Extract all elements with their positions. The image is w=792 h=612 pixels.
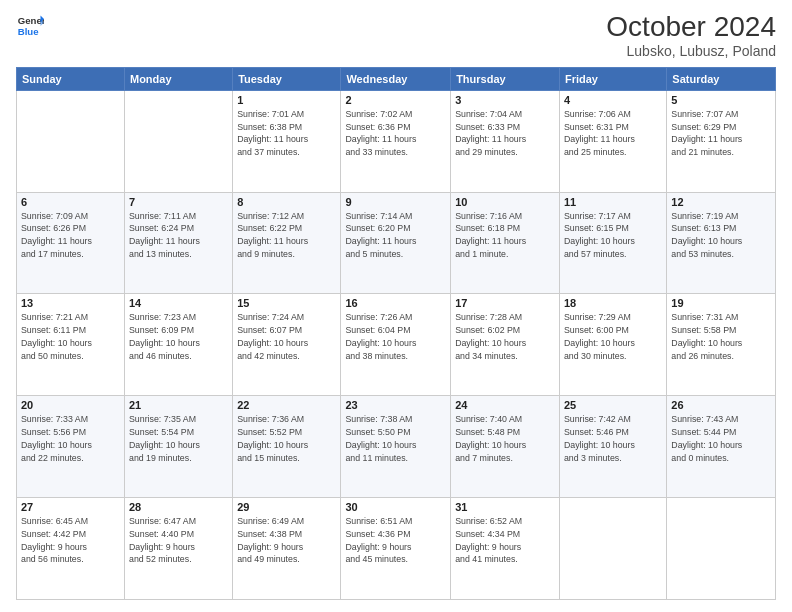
day-number: 2 bbox=[345, 94, 446, 106]
day-detail: Sunrise: 7:43 AM Sunset: 5:44 PM Dayligh… bbox=[671, 413, 771, 464]
calendar-cell: 18Sunrise: 7:29 AM Sunset: 6:00 PM Dayli… bbox=[559, 294, 666, 396]
day-detail: Sunrise: 7:16 AM Sunset: 6:18 PM Dayligh… bbox=[455, 210, 555, 261]
calendar-cell: 3Sunrise: 7:04 AM Sunset: 6:33 PM Daylig… bbox=[451, 90, 560, 192]
day-number: 14 bbox=[129, 297, 228, 309]
day-detail: Sunrise: 7:06 AM Sunset: 6:31 PM Dayligh… bbox=[564, 108, 662, 159]
calendar-cell: 12Sunrise: 7:19 AM Sunset: 6:13 PM Dayli… bbox=[667, 192, 776, 294]
day-detail: Sunrise: 7:24 AM Sunset: 6:07 PM Dayligh… bbox=[237, 311, 336, 362]
day-number: 28 bbox=[129, 501, 228, 513]
calendar-week-row: 20Sunrise: 7:33 AM Sunset: 5:56 PM Dayli… bbox=[17, 396, 776, 498]
day-number: 30 bbox=[345, 501, 446, 513]
day-number: 20 bbox=[21, 399, 120, 411]
day-detail: Sunrise: 6:47 AM Sunset: 4:40 PM Dayligh… bbox=[129, 515, 228, 566]
day-number: 15 bbox=[237, 297, 336, 309]
day-number: 13 bbox=[21, 297, 120, 309]
day-number: 24 bbox=[455, 399, 555, 411]
svg-text:General: General bbox=[18, 15, 44, 26]
col-sunday: Sunday bbox=[17, 67, 125, 90]
day-detail: Sunrise: 6:49 AM Sunset: 4:38 PM Dayligh… bbox=[237, 515, 336, 566]
day-detail: Sunrise: 7:17 AM Sunset: 6:15 PM Dayligh… bbox=[564, 210, 662, 261]
day-number: 22 bbox=[237, 399, 336, 411]
title-block: October 2024 Lubsko, Lubusz, Poland bbox=[606, 12, 776, 59]
calendar-cell bbox=[559, 498, 666, 600]
header: General Blue October 2024 Lubsko, Lubusz… bbox=[16, 12, 776, 59]
calendar-cell: 27Sunrise: 6:45 AM Sunset: 4:42 PM Dayli… bbox=[17, 498, 125, 600]
calendar-cell: 31Sunrise: 6:52 AM Sunset: 4:34 PM Dayli… bbox=[451, 498, 560, 600]
day-detail: Sunrise: 7:02 AM Sunset: 6:36 PM Dayligh… bbox=[345, 108, 446, 159]
calendar-cell: 23Sunrise: 7:38 AM Sunset: 5:50 PM Dayli… bbox=[341, 396, 451, 498]
logo: General Blue bbox=[16, 12, 44, 40]
page: General Blue October 2024 Lubsko, Lubusz… bbox=[0, 0, 792, 612]
day-detail: Sunrise: 6:52 AM Sunset: 4:34 PM Dayligh… bbox=[455, 515, 555, 566]
calendar-cell: 16Sunrise: 7:26 AM Sunset: 6:04 PM Dayli… bbox=[341, 294, 451, 396]
calendar-cell: 15Sunrise: 7:24 AM Sunset: 6:07 PM Dayli… bbox=[233, 294, 341, 396]
day-number: 10 bbox=[455, 196, 555, 208]
day-number: 27 bbox=[21, 501, 120, 513]
calendar-week-row: 1Sunrise: 7:01 AM Sunset: 6:38 PM Daylig… bbox=[17, 90, 776, 192]
calendar-cell: 30Sunrise: 6:51 AM Sunset: 4:36 PM Dayli… bbox=[341, 498, 451, 600]
calendar-week-row: 13Sunrise: 7:21 AM Sunset: 6:11 PM Dayli… bbox=[17, 294, 776, 396]
day-number: 26 bbox=[671, 399, 771, 411]
calendar-cell: 2Sunrise: 7:02 AM Sunset: 6:36 PM Daylig… bbox=[341, 90, 451, 192]
calendar-cell bbox=[17, 90, 125, 192]
calendar-cell: 26Sunrise: 7:43 AM Sunset: 5:44 PM Dayli… bbox=[667, 396, 776, 498]
day-detail: Sunrise: 7:23 AM Sunset: 6:09 PM Dayligh… bbox=[129, 311, 228, 362]
col-monday: Monday bbox=[124, 67, 232, 90]
day-detail: Sunrise: 7:19 AM Sunset: 6:13 PM Dayligh… bbox=[671, 210, 771, 261]
day-number: 21 bbox=[129, 399, 228, 411]
day-detail: Sunrise: 7:35 AM Sunset: 5:54 PM Dayligh… bbox=[129, 413, 228, 464]
day-detail: Sunrise: 7:26 AM Sunset: 6:04 PM Dayligh… bbox=[345, 311, 446, 362]
day-detail: Sunrise: 7:12 AM Sunset: 6:22 PM Dayligh… bbox=[237, 210, 336, 261]
calendar-cell: 14Sunrise: 7:23 AM Sunset: 6:09 PM Dayli… bbox=[124, 294, 232, 396]
day-number: 1 bbox=[237, 94, 336, 106]
calendar-cell: 17Sunrise: 7:28 AM Sunset: 6:02 PM Dayli… bbox=[451, 294, 560, 396]
calendar-cell: 4Sunrise: 7:06 AM Sunset: 6:31 PM Daylig… bbox=[559, 90, 666, 192]
day-detail: Sunrise: 7:38 AM Sunset: 5:50 PM Dayligh… bbox=[345, 413, 446, 464]
calendar-cell: 1Sunrise: 7:01 AM Sunset: 6:38 PM Daylig… bbox=[233, 90, 341, 192]
svg-text:Blue: Blue bbox=[18, 26, 39, 37]
day-detail: Sunrise: 6:45 AM Sunset: 4:42 PM Dayligh… bbox=[21, 515, 120, 566]
day-number: 23 bbox=[345, 399, 446, 411]
col-wednesday: Wednesday bbox=[341, 67, 451, 90]
calendar-cell: 21Sunrise: 7:35 AM Sunset: 5:54 PM Dayli… bbox=[124, 396, 232, 498]
day-number: 16 bbox=[345, 297, 446, 309]
calendar-cell: 7Sunrise: 7:11 AM Sunset: 6:24 PM Daylig… bbox=[124, 192, 232, 294]
calendar-cell bbox=[124, 90, 232, 192]
day-detail: Sunrise: 7:33 AM Sunset: 5:56 PM Dayligh… bbox=[21, 413, 120, 464]
calendar-cell bbox=[667, 498, 776, 600]
calendar-cell: 5Sunrise: 7:07 AM Sunset: 6:29 PM Daylig… bbox=[667, 90, 776, 192]
col-tuesday: Tuesday bbox=[233, 67, 341, 90]
day-detail: Sunrise: 7:28 AM Sunset: 6:02 PM Dayligh… bbox=[455, 311, 555, 362]
calendar-subtitle: Lubsko, Lubusz, Poland bbox=[606, 43, 776, 59]
calendar-cell: 24Sunrise: 7:40 AM Sunset: 5:48 PM Dayli… bbox=[451, 396, 560, 498]
col-friday: Friday bbox=[559, 67, 666, 90]
day-detail: Sunrise: 7:04 AM Sunset: 6:33 PM Dayligh… bbox=[455, 108, 555, 159]
calendar-cell: 19Sunrise: 7:31 AM Sunset: 5:58 PM Dayli… bbox=[667, 294, 776, 396]
day-number: 4 bbox=[564, 94, 662, 106]
calendar-cell: 6Sunrise: 7:09 AM Sunset: 6:26 PM Daylig… bbox=[17, 192, 125, 294]
calendar-header-row: Sunday Monday Tuesday Wednesday Thursday… bbox=[17, 67, 776, 90]
day-number: 6 bbox=[21, 196, 120, 208]
day-detail: Sunrise: 6:51 AM Sunset: 4:36 PM Dayligh… bbox=[345, 515, 446, 566]
col-saturday: Saturday bbox=[667, 67, 776, 90]
calendar-cell: 10Sunrise: 7:16 AM Sunset: 6:18 PM Dayli… bbox=[451, 192, 560, 294]
calendar-cell: 9Sunrise: 7:14 AM Sunset: 6:20 PM Daylig… bbox=[341, 192, 451, 294]
day-detail: Sunrise: 7:09 AM Sunset: 6:26 PM Dayligh… bbox=[21, 210, 120, 261]
calendar-week-row: 27Sunrise: 6:45 AM Sunset: 4:42 PM Dayli… bbox=[17, 498, 776, 600]
calendar-cell: 20Sunrise: 7:33 AM Sunset: 5:56 PM Dayli… bbox=[17, 396, 125, 498]
day-number: 12 bbox=[671, 196, 771, 208]
day-detail: Sunrise: 7:29 AM Sunset: 6:00 PM Dayligh… bbox=[564, 311, 662, 362]
calendar-title: October 2024 bbox=[606, 12, 776, 43]
calendar-cell: 22Sunrise: 7:36 AM Sunset: 5:52 PM Dayli… bbox=[233, 396, 341, 498]
day-number: 3 bbox=[455, 94, 555, 106]
calendar-cell: 25Sunrise: 7:42 AM Sunset: 5:46 PM Dayli… bbox=[559, 396, 666, 498]
day-number: 18 bbox=[564, 297, 662, 309]
day-number: 17 bbox=[455, 297, 555, 309]
calendar-week-row: 6Sunrise: 7:09 AM Sunset: 6:26 PM Daylig… bbox=[17, 192, 776, 294]
day-detail: Sunrise: 7:14 AM Sunset: 6:20 PM Dayligh… bbox=[345, 210, 446, 261]
day-number: 11 bbox=[564, 196, 662, 208]
day-detail: Sunrise: 7:31 AM Sunset: 5:58 PM Dayligh… bbox=[671, 311, 771, 362]
day-detail: Sunrise: 7:11 AM Sunset: 6:24 PM Dayligh… bbox=[129, 210, 228, 261]
calendar-cell: 28Sunrise: 6:47 AM Sunset: 4:40 PM Dayli… bbox=[124, 498, 232, 600]
day-number: 31 bbox=[455, 501, 555, 513]
